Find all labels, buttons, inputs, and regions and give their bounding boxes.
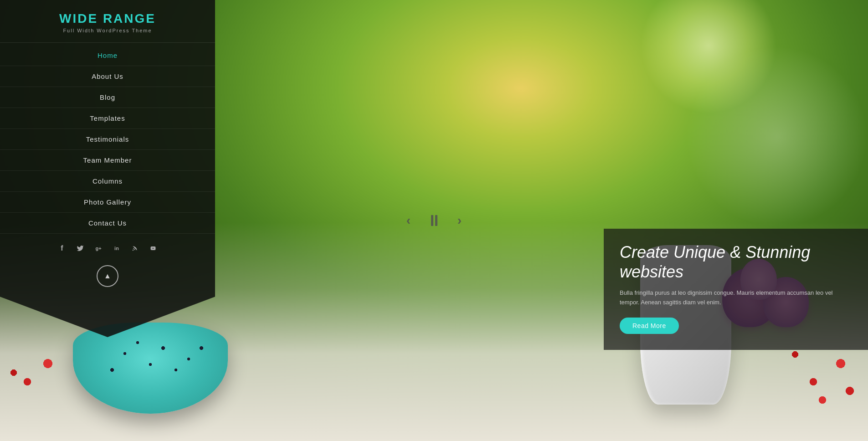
nav-columns[interactable]: Columns (0, 171, 215, 192)
slider-next-button[interactable]: › (451, 211, 469, 230)
nav-home[interactable]: Home (0, 45, 215, 66)
site-title: WIDE RANGE (0, 11, 215, 26)
slider-prev-button[interactable]: ‹ (400, 211, 418, 230)
sidebar-panel: WIDE RANGE Full Width WordPress Theme Ho… (0, 0, 215, 337)
overlay-description: Bulla fringilla purus at leo dignissim c… (620, 288, 852, 308)
youtube-icon[interactable] (148, 243, 159, 254)
twitter-icon[interactable] (75, 243, 86, 254)
overlay-title: Create Unique & Stunning websites (620, 242, 852, 282)
nav-about[interactable]: About Us (0, 66, 215, 87)
nav-blog[interactable]: Blog (0, 87, 215, 108)
nav-testimonials[interactable]: Testimonials (0, 129, 215, 150)
facebook-icon[interactable]: f (56, 243, 67, 254)
nav-team[interactable]: Team Member (0, 150, 215, 171)
slider-pause-button[interactable] (427, 213, 442, 228)
nav-templates[interactable]: Templates (0, 108, 215, 129)
scroll-top-area: ▲ (0, 261, 215, 301)
content-overlay: Create Unique & Stunning websites Bulla … (604, 229, 868, 350)
scroll-top-button[interactable]: ▲ (97, 265, 118, 287)
site-subtitle: Full Width WordPress Theme (0, 28, 215, 33)
sidebar: WIDE RANGE Full Width WordPress Theme Ho… (0, 0, 215, 441)
rss-icon[interactable] (129, 243, 140, 254)
pause-bar-2 (435, 215, 437, 226)
read-more-button[interactable]: Read More (620, 318, 679, 334)
logo-area: WIDE RANGE Full Width WordPress Theme (0, 0, 215, 43)
slider-controls: ‹ › (400, 211, 469, 230)
pause-bar-1 (431, 215, 433, 226)
nav-gallery[interactable]: Photo Gallery (0, 192, 215, 213)
scroll-top-icon: ▲ (104, 272, 111, 280)
svg-point-0 (133, 250, 134, 251)
nav-contact[interactable]: Contact Us (0, 213, 215, 234)
linkedin-icon[interactable]: in (111, 243, 122, 254)
google-plus-icon[interactable]: g+ (93, 243, 104, 254)
main-nav: Home About Us Blog Templates Testimonial… (0, 45, 215, 234)
social-bar: f g+ in (0, 234, 215, 261)
